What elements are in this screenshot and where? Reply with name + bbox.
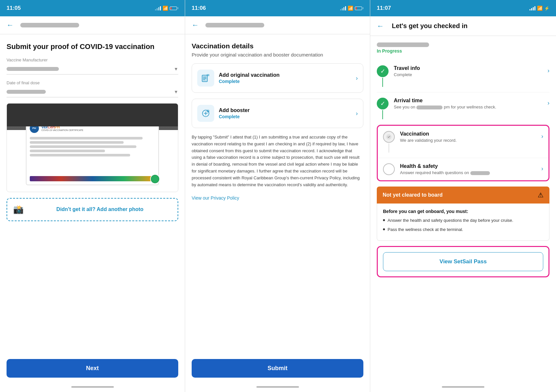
bullet-text-2: Pass the wellness check at the terminal. — [388, 226, 463, 233]
onboard-requirements: Before you can get onboard, you must: An… — [377, 204, 549, 241]
booster-status: Complete — [219, 114, 351, 119]
screen2-header: Vaccination details Provide your origina… — [192, 42, 363, 57]
date-dropdown[interactable]: ▼ — [7, 87, 178, 97]
onboard-bullet-1: Answer the health and safety questions t… — [383, 217, 543, 224]
screen3-content: In Progress ✓ Travel info Complete › ✓ — [370, 36, 556, 382]
booster-info: Add booster Complete — [219, 107, 351, 119]
health-safety-detail: Answer required health questions on — [400, 170, 536, 175]
connector-1 — [382, 78, 383, 87]
screen2-title: Vaccination details — [192, 42, 363, 50]
booster-title: Add booster — [219, 107, 351, 113]
vaccination-title: Vaccination — [400, 131, 536, 137]
health-safety-arrow: › — [541, 165, 543, 172]
booster-arrow: › — [356, 110, 358, 117]
nav-bar-1: ← — [0, 16, 185, 34]
not-cleared-text: Not yet cleared to board — [383, 192, 443, 198]
travel-info-title: Travel info — [394, 65, 542, 71]
add-photo-button[interactable]: 📸 Didn't get it all? Add another photo — [7, 198, 178, 221]
checklist-icon-col-4 — [383, 163, 395, 175]
nav-bar-3: ← Let's get you checked in — [370, 16, 556, 36]
booster-icon — [197, 105, 214, 122]
time-2: 11:06 — [192, 5, 206, 11]
screen2-content: Vaccination details Provide your origina… — [185, 34, 370, 355]
dropdown-arrow-1: ▼ — [174, 66, 178, 72]
nav-bar-2: ← — [185, 16, 370, 34]
photo-card: PH VaxCertPH COVID-19 VACCINATION CERTIF… — [7, 104, 178, 192]
screen3-nav-title: Let's get you checked in — [392, 22, 467, 30]
vaccination-icon — [197, 70, 214, 87]
signal-icon-1 — [155, 6, 161, 10]
wifi-icon-2: 📶 — [348, 6, 353, 11]
battery-icon-1 — [170, 7, 178, 10]
next-button[interactable]: Next — [7, 359, 178, 378]
vaxcert-seal — [150, 174, 160, 184]
setsail-btn-wrapper: View SetSail Pass — [377, 246, 549, 277]
setsail-pass-button[interactable]: View SetSail Pass — [383, 252, 543, 271]
vaccination-body: Vaccination We are validating your recor… — [400, 131, 536, 143]
checklist-item-vaccination[interactable]: Vaccination We are validating your recor… — [378, 126, 548, 158]
onboard-requirements-title: Before you can get onboard, you must: — [383, 209, 543, 214]
svg-rect-5 — [207, 74, 209, 76]
checklist-item-travel-info[interactable]: ✓ Travel info Complete › — [377, 60, 549, 92]
date-label: Date of final dose — [7, 80, 178, 85]
svg-point-7 — [206, 109, 210, 113]
checklist-icon-col-1: ✓ — [377, 65, 389, 87]
arrival-time-check: ✓ — [377, 98, 389, 109]
privacy-link[interactable]: View our Privacy Policy — [192, 195, 363, 201]
arrival-time-title: Arrival time — [394, 98, 542, 104]
add-photo-icon: 📸 — [13, 204, 24, 215]
back-button-3[interactable]: ← — [377, 22, 384, 30]
status-icons-2: 📶 — [340, 6, 363, 11]
health-safety-body: Health & safety Answer required health q… — [400, 163, 536, 175]
vaccination-detail: We are validating your record. — [400, 138, 536, 143]
vaccine-value-blurred — [7, 67, 59, 71]
home-indicator-2 — [185, 382, 370, 392]
in-progress-label: In Progress — [377, 48, 549, 54]
wifi-icon-1: 📶 — [163, 6, 168, 11]
checklist-icon-col-3 — [383, 131, 395, 153]
checklist-item-arrival-time[interactable]: ✓ Arrival time See you on pm for your we… — [377, 92, 549, 125]
travel-info-check: ✓ — [377, 65, 389, 77]
vaccine-manufacturer-field[interactable]: Vaccine Manufacturer ▼ — [7, 57, 178, 74]
health-safety-circle — [383, 163, 395, 175]
connector-2 — [382, 110, 383, 119]
onboard-bullet-2: Pass the wellness check at the terminal. — [383, 226, 543, 233]
dropdown-arrow-2: ▼ — [174, 89, 178, 94]
travel-info-arrow: › — [547, 67, 549, 74]
battery-icon-2 — [355, 7, 363, 10]
home-indicator-1 — [0, 382, 185, 392]
status-icons-3: 📶 ⚡ — [530, 6, 549, 11]
screen1-title: Submit your proof of COVID-19 vaccinatio… — [7, 42, 178, 52]
travel-info-body: Travel info Complete — [394, 65, 542, 77]
screen-3: 11:07 📶 ⚡ ← Let's get you checked in In … — [370, 0, 556, 392]
screen1-content: Submit your proof of COVID-19 vaccinatio… — [0, 34, 185, 355]
not-cleared-section: Not yet cleared to board ⚠ Before you ca… — [377, 187, 549, 241]
bullet-dot-1 — [383, 219, 385, 221]
nav-title-blurred-1 — [20, 23, 79, 27]
original-vax-status: Complete — [219, 79, 351, 84]
bullet-text-1: Answer the health and safety questions t… — [388, 217, 513, 224]
back-button-1[interactable]: ← — [7, 21, 14, 29]
vaccination-circle — [383, 131, 395, 143]
disclaimer-text: By tapping "Submit" I attest that (1) I … — [192, 134, 363, 188]
checklist-item-health-safety[interactable]: Health & safety Answer required health q… — [378, 158, 548, 180]
health-safety-title: Health & safety — [400, 163, 536, 169]
add-booster-card[interactable]: Add booster Complete › — [192, 99, 363, 128]
travel-info-status: Complete — [394, 72, 542, 77]
checkin-section: In Progress ✓ Travel info Complete › ✓ — [370, 36, 556, 288]
status-icons-1: 📶 — [155, 6, 178, 11]
status-bar-3: 11:07 📶 ⚡ — [370, 0, 556, 16]
back-button-2[interactable]: ← — [192, 21, 199, 29]
screen2-subtitle: Provide your original vaccination and bo… — [192, 52, 363, 57]
vaccine-dropdown[interactable]: ▼ — [7, 64, 178, 74]
original-vax-info: Add original vaccination Complete — [219, 72, 351, 84]
date-final-dose-field[interactable]: Date of final dose ▼ — [7, 80, 178, 97]
time-3: 11:07 — [377, 5, 391, 11]
date-value-blurred — [7, 90, 46, 94]
time-1: 11:05 — [7, 5, 21, 11]
not-cleared-banner: Not yet cleared to board ⚠ — [377, 187, 549, 204]
add-original-vaccination-card[interactable]: Add original vaccination Complete › — [192, 63, 363, 93]
submit-button[interactable]: Submit — [192, 359, 363, 378]
pink-outline-vaccination-health: Vaccination We are validating your recor… — [377, 125, 549, 181]
arrival-time-arrow: › — [547, 100, 549, 106]
